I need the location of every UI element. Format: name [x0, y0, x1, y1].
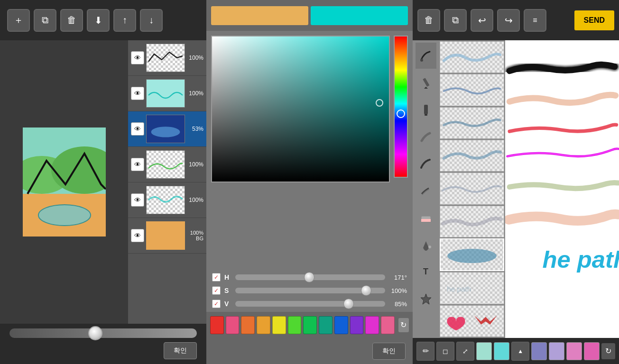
layer-item[interactable]: 👁 100%BG: [128, 218, 206, 254]
right-bottom-toolbar: ✏ ◻ ⤢ ▲ ↻: [413, 338, 619, 364]
left-content: 👁 100% 👁 100% 👁 53%: [0, 40, 206, 324]
palette-color-red[interactable]: [210, 316, 224, 334]
smudge-tool-button[interactable]: [416, 178, 436, 204]
layer-thumbnail: [146, 115, 185, 143]
hue-slider-handle[interactable]: [397, 109, 405, 118]
bottom-color-teal-light[interactable]: [476, 342, 492, 360]
layer-item[interactable]: 👁 100%: [128, 40, 206, 76]
brush-tool-button[interactable]: [416, 43, 436, 69]
saturation-row: ✓ S 100%: [212, 286, 407, 295]
brush-swatch[interactable]: [440, 206, 504, 237]
stamp-tool-button[interactable]: [416, 286, 436, 312]
undo-button[interactable]: ↩: [471, 9, 493, 32]
color-picker-handle[interactable]: [376, 99, 383, 107]
move-down-button[interactable]: ↓: [140, 9, 163, 32]
pencil-tool-button[interactable]: [416, 70, 436, 96]
copy-layer-button[interactable]: ⧉: [34, 9, 56, 32]
layer-item[interactable]: 👁 100%: [128, 76, 206, 111]
palette-color-magenta[interactable]: [365, 316, 379, 334]
svg-marker-9: [424, 87, 428, 89]
hsv-sliders: ✓ H 171° ✓ S 100% ✓ V 85%: [206, 269, 413, 312]
hue-slider[interactable]: [394, 36, 408, 178]
brush-swatch[interactable]: [440, 107, 504, 139]
move-up-button[interactable]: ↑: [113, 9, 136, 32]
palette-color-green[interactable]: [303, 316, 317, 334]
fill-tool-button[interactable]: [416, 232, 436, 258]
palette-color-yellow[interactable]: [272, 316, 286, 334]
secondary-color-swatch[interactable]: [311, 6, 408, 25]
palette-color-pink[interactable]: [226, 316, 240, 334]
palette-color-purple[interactable]: [350, 316, 364, 334]
bottom-color-teal[interactable]: [494, 342, 509, 360]
saturation-thumb[interactable]: [361, 285, 371, 296]
pen-tool-bottom-button[interactable]: ✏: [416, 342, 434, 361]
delete-layer-button[interactable]: 🗑: [60, 9, 83, 32]
transform-button[interactable]: ⤢: [456, 342, 474, 361]
brush-swatch[interactable]: [440, 74, 504, 106]
left-confirm-button[interactable]: 확인: [164, 342, 197, 359]
eraser-tool-button[interactable]: [416, 205, 436, 231]
hue-slider-track[interactable]: [235, 274, 385, 280]
value-thumb[interactable]: [343, 299, 354, 309]
palette-refresh-button[interactable]: ↻: [398, 318, 409, 332]
svg-rect-13: [421, 219, 431, 222]
bottom-color-pink-light[interactable]: [566, 342, 582, 360]
palette-color-rose[interactable]: [381, 316, 395, 334]
value-checkbox[interactable]: ✓: [212, 300, 221, 308]
brush-swatch[interactable]: [440, 140, 504, 172]
layer-opacity: 100%: [187, 90, 203, 97]
hue-thumb[interactable]: [304, 272, 314, 282]
import-button[interactable]: ⬇: [87, 9, 110, 32]
saturation-value: 100%: [389, 287, 407, 294]
color-saturation-value-picker[interactable]: [211, 36, 390, 182]
brush-swatch[interactable]: [440, 305, 504, 337]
palette-color-lime[interactable]: [288, 316, 302, 334]
marker-tool-button[interactable]: [416, 97, 436, 123]
right-delete-button[interactable]: 🗑: [417, 9, 440, 32]
add-layer-button[interactable]: ＋: [7, 9, 30, 32]
value-slider-track[interactable]: [235, 301, 385, 307]
hue-checkbox[interactable]: ✓: [212, 273, 221, 282]
brush-swatch[interactable]: [440, 173, 504, 204]
text-tool-button[interactable]: T: [416, 259, 436, 285]
svg-point-16: [447, 249, 497, 263]
opacity-slider-track[interactable]: [9, 328, 197, 338]
send-button[interactable]: SEND: [574, 10, 614, 30]
layer-visibility-toggle[interactable]: 👁: [131, 158, 144, 171]
layer-visibility-toggle[interactable]: 👁: [131, 87, 144, 100]
layer-visibility-toggle[interactable]: 👁: [131, 51, 144, 64]
redo-button[interactable]: ↪: [497, 9, 520, 32]
layer-visibility-toggle[interactable]: 👁: [131, 229, 144, 242]
brush-canvas[interactable]: he path: [505, 40, 619, 338]
palette-color-orange[interactable]: [241, 316, 255, 334]
layer-item[interactable]: 👁 53%: [128, 111, 206, 147]
triangle-button[interactable]: ▲: [511, 342, 529, 361]
layer-item[interactable]: 👁 100%: [128, 147, 206, 182]
layer-thumbnail: [146, 221, 185, 250]
stack-button[interactable]: ≡: [524, 9, 546, 32]
right-layers-button[interactable]: ⧉: [444, 9, 467, 32]
layer-item[interactable]: 👁 100%: [128, 182, 206, 218]
primary-color-swatch[interactable]: [211, 6, 308, 25]
opacity-slider-thumb[interactable]: [88, 326, 102, 340]
bottom-refresh-button[interactable]: ↻: [601, 343, 615, 359]
middle-confirm-button[interactable]: 확인: [372, 343, 406, 360]
layer-visibility-toggle[interactable]: 👁: [131, 122, 144, 136]
bottom-color-lavender[interactable]: [549, 342, 564, 360]
bottom-color-hot-pink[interactable]: [584, 342, 600, 360]
blur-tool-button[interactable]: [416, 151, 436, 177]
palette-color-blue[interactable]: [334, 316, 348, 334]
color-picker-area: [206, 31, 413, 269]
palette-color-amber[interactable]: [257, 316, 270, 334]
right-toolbar: 🗑 ⧉ ↩ ↪ ≡ SEND: [413, 0, 619, 40]
saturation-checkbox[interactable]: ✓: [212, 286, 221, 295]
saturation-slider-track[interactable]: [235, 288, 385, 293]
soft-brush-tool-button[interactable]: [416, 124, 436, 150]
layer-visibility-toggle[interactable]: 👁: [131, 193, 144, 207]
palette-color-teal[interactable]: [319, 316, 333, 334]
eraser-bottom-button[interactable]: ◻: [436, 342, 454, 361]
brush-swatch[interactable]: [440, 41, 504, 73]
brush-swatch[interactable]: [440, 238, 504, 271]
bottom-color-blue-purple[interactable]: [531, 342, 547, 360]
brush-swatch[interactable]: he path: [440, 272, 504, 304]
